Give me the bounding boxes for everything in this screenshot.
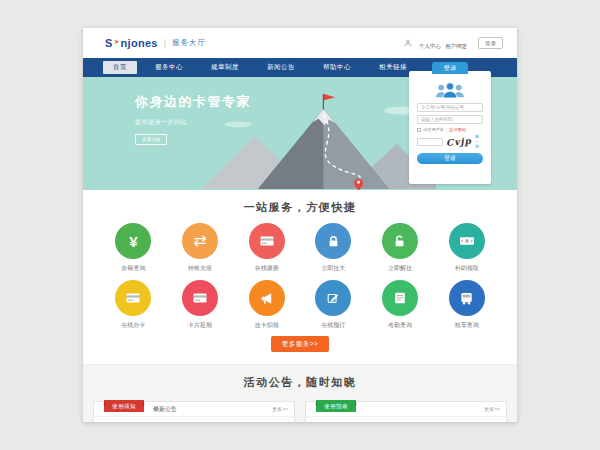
- service-item[interactable]: 立即挂失: [300, 223, 367, 273]
- service-item[interactable]: 考勤查询: [367, 280, 434, 330]
- service-item[interactable]: 补助领取: [433, 223, 500, 273]
- header-login-button[interactable]: 登录: [478, 37, 503, 49]
- card-icon: [115, 280, 151, 316]
- service-label: 卡片延期: [188, 321, 212, 330]
- card-icon: [182, 280, 218, 316]
- edit-icon: [315, 280, 351, 316]
- service-label: 在线办卡: [121, 321, 145, 330]
- hero-text: 你身边的卡管专家 提供建设一步到位 查看详情: [135, 93, 251, 145]
- service-item[interactable]: 在线预订: [300, 280, 367, 330]
- logo-arrow-icon: ➤: [114, 38, 120, 46]
- service-item[interactable]: 立即解挂: [367, 223, 434, 273]
- megaphone-icon: [249, 280, 285, 316]
- service-label: 余额查询: [121, 264, 145, 273]
- captcha-row: Cvjp 换一张: [417, 134, 483, 149]
- lock-icon: [315, 223, 351, 259]
- service-item[interactable]: 挂卡招领: [233, 280, 300, 330]
- panel-ribbon-tab[interactable]: 使用指南: [316, 400, 356, 412]
- logo[interactable]: S➤njones | 服务大厅: [105, 37, 206, 49]
- service-item[interactable]: 在线缴费: [233, 223, 300, 273]
- user-icon: [404, 39, 412, 47]
- announcement-panel: 使用须知最新公告更多>>: [93, 401, 295, 422]
- panel-header: 使用指南更多>>: [306, 402, 506, 417]
- service-label: 在线缴费: [255, 264, 279, 273]
- service-item[interactable]: 卡片延期: [167, 280, 234, 330]
- service-label: 在线预订: [321, 321, 345, 330]
- site-header: S➤njones | 服务大厅 个人中心用户绑定 登录: [83, 28, 517, 58]
- service-item[interactable]: ⇄转账充值: [167, 223, 234, 273]
- service-label: 立即挂失: [321, 264, 345, 273]
- captcha-refresh-link[interactable]: 换一张: [475, 134, 483, 149]
- transfer-icon: ⇄: [182, 223, 218, 259]
- user-links: 个人中心用户绑定: [419, 34, 471, 52]
- panel-ribbon-tab[interactable]: 使用须知: [104, 400, 144, 412]
- captcha-input[interactable]: [417, 138, 443, 146]
- service-label: 立即解挂: [388, 264, 412, 273]
- services-grid: ¥余额查询⇄转账充值在线缴费立即挂失立即解挂补助领取在线办卡卡片延期挂卡招领在线…: [100, 223, 500, 330]
- forgot-password-link[interactable]: 忘记密码: [449, 127, 466, 132]
- logo-text: S: [105, 37, 113, 49]
- service-item[interactable]: 在线办卡: [100, 280, 167, 330]
- panel-more-link[interactable]: 更多>>: [272, 406, 288, 412]
- screenshot-canvas: S➤njones | 服务大厅 个人中心用户绑定 登录 首页服务中心规章制度新闻…: [0, 0, 600, 450]
- unlock-icon: [382, 223, 418, 259]
- service-item[interactable]: 校车查询: [433, 280, 500, 330]
- nav-item[interactable]: 新闻公告: [253, 58, 309, 77]
- hero-subtitle: 提供建设一步到位: [135, 118, 251, 127]
- service-label: 转账充值: [188, 264, 212, 273]
- logo-divider: |: [164, 38, 166, 48]
- site-name: 服务大厅: [172, 38, 206, 48]
- login-submit-button[interactable]: 登录: [417, 153, 483, 164]
- header-link[interactable]: 个人中心: [419, 43, 441, 49]
- bus-icon: [449, 280, 485, 316]
- nav-item[interactable]: 帮助中心: [309, 58, 365, 77]
- header-link[interactable]: 用户绑定: [445, 43, 467, 49]
- services-section: 一站服务，方便快捷 ¥余额查询⇄转账充值在线缴费立即挂失立即解挂补助领取在线办卡…: [83, 190, 517, 364]
- header-user-area: 个人中心用户绑定 登录: [404, 34, 503, 52]
- banknote-icon: [449, 223, 485, 259]
- panel-tab[interactable]: 最新公告: [153, 405, 177, 414]
- nav-item[interactable]: 规章制度: [197, 58, 253, 77]
- list-icon: [382, 280, 418, 316]
- panel-more-link[interactable]: 更多>>: [484, 406, 500, 412]
- announcements-section: 活动公告，随时知晓 使用须知最新公告更多>>使用指南更多>>: [83, 364, 517, 422]
- hero-title: 你身边的卡管专家: [135, 93, 251, 111]
- service-label: 校车查询: [455, 321, 479, 330]
- nav-item[interactable]: 首页: [103, 61, 137, 74]
- panel-header: 使用须知最新公告更多>>: [94, 402, 294, 417]
- more-services-button[interactable]: 更多服务>>: [271, 336, 330, 352]
- service-item[interactable]: ¥余额查询: [100, 223, 167, 273]
- announcement-panels: 使用须知最新公告更多>>使用指南更多>>: [93, 401, 507, 422]
- remember-checkbox[interactable]: [417, 128, 421, 132]
- service-label: 挂卡招领: [255, 321, 279, 330]
- service-label: 考勤查询: [388, 321, 412, 330]
- username-input[interactable]: [417, 103, 483, 112]
- remember-label: 记住用户名: [423, 127, 444, 132]
- password-input[interactable]: [417, 115, 483, 124]
- hero-banner: 你身边的卡管专家 提供建设一步到位 查看详情: [83, 77, 517, 190]
- hero-cta-button[interactable]: 查看详情: [135, 134, 167, 145]
- portal-page: S➤njones | 服务大厅 个人中心用户绑定 登录 首页服务中心规章制度新闻…: [83, 28, 517, 422]
- logo-text: njones: [121, 37, 158, 49]
- login-panel: 登录 记住用户名 | 忘记密码: [409, 71, 491, 184]
- announcement-panel: 使用指南更多>>: [305, 401, 507, 422]
- announcements-title: 活动公告，随时知晓: [83, 365, 517, 390]
- separator: |: [446, 127, 447, 132]
- nav-item[interactable]: 服务中心: [141, 58, 197, 77]
- yen-icon: ¥: [115, 223, 151, 259]
- login-tab[interactable]: 登录: [432, 62, 468, 74]
- services-title: 一站服务，方便快捷: [83, 190, 517, 215]
- service-label: 补助领取: [455, 264, 479, 273]
- captcha-image: Cvjp: [446, 136, 473, 148]
- card-icon: [249, 223, 285, 259]
- remember-row: 记住用户名 | 忘记密码: [417, 127, 483, 132]
- users-icon: [417, 81, 483, 99]
